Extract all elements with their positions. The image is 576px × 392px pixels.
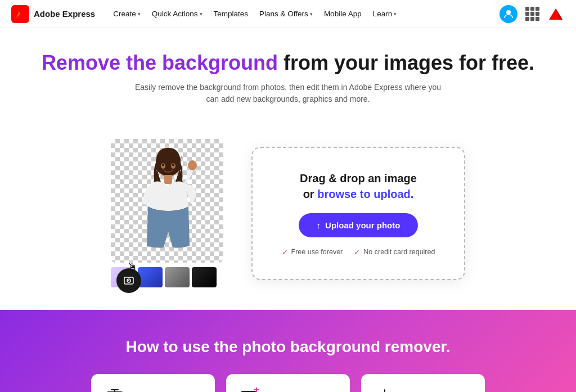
image-preview-container: 🖱: [111, 139, 223, 287]
svg-point-8: [162, 164, 164, 166]
nav-create-chevron: ▾: [138, 11, 141, 17]
nav-learn-label: Learn: [373, 10, 393, 18]
nav-quick-actions[interactable]: Quick Actions ▾: [147, 6, 207, 21]
nav-templates[interactable]: Templates: [209, 6, 253, 21]
upload-arrow-icon: ↑: [317, 220, 321, 230]
upload-features: ✓ Free use forever ✓ No credit card requ…: [281, 247, 436, 256]
edit-icon: [123, 274, 135, 287]
upload-button-label: Upload your photo: [325, 220, 400, 230]
how-to-title: How to use the photo background remover.: [34, 338, 542, 356]
thumbnail-4[interactable]: [192, 267, 217, 287]
nav-create[interactable]: Create ▾: [109, 6, 145, 21]
step-2-card: 2. Remove. Upload your image to automati…: [226, 374, 350, 392]
nav-plans-chevron: ▾: [310, 11, 313, 17]
steps-row: 1. Select. For best results, choose an i…: [34, 374, 542, 392]
step-3-icon: [374, 386, 396, 392]
person-image: [128, 145, 206, 263]
upload-box: Drag & drop an image or browse to upload…: [251, 147, 465, 280]
how-to-section: How to use the photo background remover.…: [0, 310, 576, 392]
navbar: Adobe Express Create ▾ Quick Actions ▾ T…: [0, 0, 576, 28]
step-2-icon: [238, 386, 261, 392]
hero-subtitle: Easily remove the background from photos…: [130, 82, 446, 105]
grid-menu-icon: [525, 7, 539, 21]
step-1-icon: [104, 386, 126, 392]
logo-icon: [11, 5, 29, 23]
grid-menu-button[interactable]: [524, 6, 540, 22]
hero-title-highlight: Remove the background: [42, 51, 278, 74]
feature-no-card-label: No credit card required: [363, 248, 435, 256]
nav-plans[interactable]: Plans & Offers ▾: [255, 6, 317, 21]
nav-create-label: Create: [113, 10, 136, 18]
feature-no-card: ✓ No credit card required: [354, 247, 435, 256]
nav-mobile-app-label: Mobile App: [324, 10, 362, 18]
svg-point-0: [506, 10, 511, 15]
nav-learn-chevron: ▾: [394, 11, 397, 17]
upload-box-title: Drag & drop an image or browse to upload…: [281, 170, 436, 202]
cursor-icon: 🖱: [128, 262, 138, 273]
nav-quick-actions-label: Quick Actions: [152, 10, 198, 18]
step-3-card: 3. Download. Download your new image as …: [361, 374, 485, 392]
nav-quick-actions-chevron: ▾: [200, 11, 202, 17]
browse-text-prefix: or: [303, 188, 318, 200]
svg-point-5: [188, 160, 197, 170]
svg-point-12: [128, 280, 129, 281]
main-content: 🖱 Drag & drop an image or browse to uplo…: [0, 133, 576, 310]
feature-free: ✓ Free use forever: [282, 247, 343, 256]
drag-drop-text: Drag & drop an image: [300, 172, 417, 184]
check-icon-no-card: ✓: [354, 247, 361, 256]
thumbnail-2[interactable]: [138, 267, 163, 287]
step-1-card: 1. Select. For best results, choose an i…: [91, 374, 215, 392]
nav-plans-label: Plans & Offers: [259, 10, 308, 18]
hero-section: Remove the background from your images f…: [0, 28, 576, 133]
hero-title: Remove the background from your images f…: [11, 51, 565, 75]
nav-learn[interactable]: Learn ▾: [368, 6, 402, 21]
svg-rect-4: [164, 175, 172, 184]
logo-text: Adobe Express: [34, 9, 95, 19]
feature-free-label: Free use forever: [291, 248, 343, 256]
logo[interactable]: Adobe Express: [11, 5, 95, 23]
thumbnail-3[interactable]: [165, 267, 190, 287]
nav-templates-label: Templates: [214, 10, 249, 18]
check-icon-free: ✓: [282, 247, 289, 256]
nav-right: [500, 5, 565, 23]
adobe-logo[interactable]: [547, 5, 565, 23]
svg-point-9: [172, 164, 174, 166]
nav-mobile-app[interactable]: Mobile App: [320, 6, 366, 21]
image-preview: [111, 139, 223, 263]
browse-link[interactable]: browse to upload.: [317, 188, 413, 200]
upload-button[interactable]: ↑ Upload your photo: [299, 213, 418, 237]
hero-title-plain: from your images for free.: [284, 51, 534, 74]
nav-items: Create ▾ Quick Actions ▾ Templates Plans…: [109, 6, 500, 21]
user-avatar[interactable]: [500, 5, 518, 23]
